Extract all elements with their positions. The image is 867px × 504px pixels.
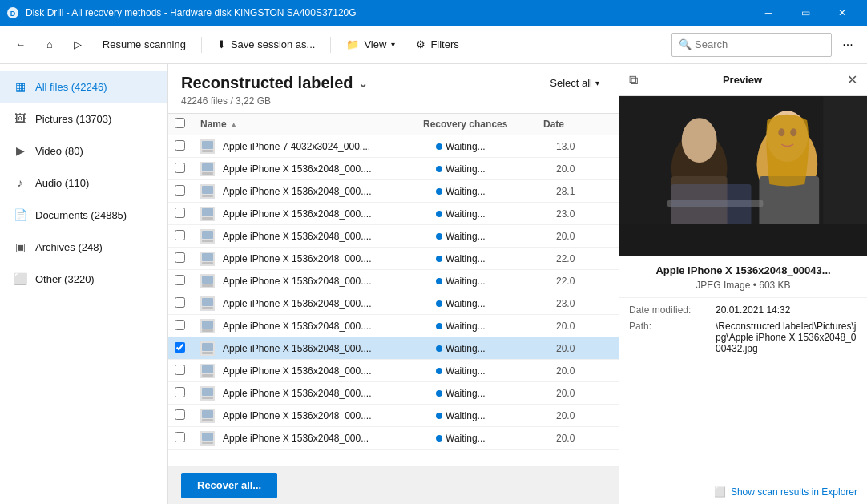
waiting-dot-icon bbox=[436, 256, 442, 262]
row-checkbox-7[interactable] bbox=[175, 297, 185, 308]
row-date-col: 28.1 bbox=[556, 186, 612, 197]
row-checkbox-4[interactable] bbox=[175, 230, 185, 240]
copy-icon-button[interactable]: ⧉ bbox=[629, 73, 638, 87]
row-name-col: Apple iPhone X 1536x2048_000.... bbox=[200, 274, 436, 288]
row-checkbox-9[interactable] bbox=[175, 342, 185, 353]
table-row[interactable]: Apple iPhone X 1536x2048_000.... Waiting… bbox=[168, 337, 619, 360]
minimize-button[interactable]: ─ bbox=[750, 0, 787, 26]
table-row[interactable]: Apple iPhone X 1536x2048_000.... Waiting… bbox=[168, 248, 619, 270]
row-checkbox-5[interactable] bbox=[175, 252, 185, 263]
row-checkbox-col bbox=[175, 342, 200, 355]
row-checkbox-11[interactable] bbox=[175, 387, 185, 397]
maximize-button[interactable]: ▭ bbox=[787, 0, 824, 26]
svg-rect-21 bbox=[202, 276, 213, 284]
table-row[interactable]: Apple iPhone X 1536x2048_000.... Waiting… bbox=[168, 180, 619, 203]
row-checkbox-13[interactable] bbox=[175, 432, 185, 442]
home-icon: ⌂ bbox=[46, 38, 53, 50]
view-button[interactable]: 📁 View ▾ bbox=[337, 32, 404, 58]
filters-button[interactable]: ⚙ Filters bbox=[407, 32, 467, 58]
preview-actions: ⧉ bbox=[629, 73, 638, 87]
svg-rect-22 bbox=[202, 284, 213, 287]
svg-rect-16 bbox=[202, 240, 213, 242]
waiting-dot-icon bbox=[436, 278, 442, 284]
preview-filetype: JPEG Image • 603 KB bbox=[619, 280, 867, 297]
close-button[interactable]: ✕ bbox=[824, 0, 861, 26]
show-scan-results-button[interactable]: ⬜ Show scan results in Explorer bbox=[714, 486, 857, 498]
table-row[interactable]: Apple iPhone X 1536x2048_000.... Waiting… bbox=[168, 270, 619, 292]
recover-all-button[interactable]: Recover all... bbox=[181, 473, 277, 498]
row-checkbox-12[interactable] bbox=[175, 409, 185, 420]
save-session-button[interactable]: ⬇ Save session as... bbox=[208, 32, 325, 58]
search-box[interactable]: 🔍 bbox=[671, 33, 832, 57]
play-button[interactable]: ▷ bbox=[65, 32, 91, 58]
table-row[interactable]: Apple iPhone X 1536x2048_000.... Waiting… bbox=[168, 292, 619, 315]
file-thumbnail bbox=[200, 364, 215, 378]
sidebar-item-all-files[interactable]: ▦ All files (42246) bbox=[0, 71, 167, 103]
svg-rect-12 bbox=[202, 208, 213, 216]
svg-rect-43 bbox=[202, 442, 213, 444]
waiting-status: Waiting... bbox=[446, 343, 486, 354]
table-row[interactable]: Apple iPhone 7 4032x3024_000.... Waiting… bbox=[168, 135, 619, 158]
row-checkbox-col bbox=[175, 297, 200, 310]
row-checkbox-1[interactable] bbox=[175, 163, 185, 173]
table-row[interactable]: Apple iPhone X 1536x2048_000.... Waiting… bbox=[168, 203, 619, 225]
waiting-status: Waiting... bbox=[446, 388, 486, 399]
table-row[interactable]: Apple iPhone X 1536x2048_000.... Waiting… bbox=[168, 382, 619, 405]
row-recovery-col: Waiting... bbox=[436, 163, 556, 175]
sidebar-item-video[interactable]: ▶ Video (80) bbox=[0, 135, 167, 167]
resume-scanning-button[interactable]: Resume scanning bbox=[94, 32, 195, 58]
waiting-dot-icon bbox=[436, 166, 442, 172]
select-all-button[interactable]: Select all ▾ bbox=[543, 74, 606, 92]
svg-rect-28 bbox=[202, 329, 213, 332]
svg-rect-25 bbox=[202, 307, 213, 309]
sidebar-item-documents[interactable]: 📄 Documents (24885) bbox=[0, 199, 167, 231]
waiting-status: Waiting... bbox=[446, 163, 486, 175]
sidebar-item-audio[interactable]: ♪ Audio (110) bbox=[0, 167, 167, 199]
row-checkbox-0[interactable] bbox=[175, 140, 185, 151]
row-date-col: 22.0 bbox=[556, 276, 612, 287]
sidebar-archives-icon: ▣ bbox=[13, 240, 27, 254]
svg-rect-18 bbox=[202, 253, 213, 261]
row-name-col: Apple iPhone X 1536x2048_000.... bbox=[200, 319, 436, 333]
meta-path-value: \Reconstructed labeled\Pictures\jpg\Appl… bbox=[716, 321, 857, 354]
table-row[interactable]: Apple iPhone X 1536x2048_000.... Waiting… bbox=[168, 360, 619, 382]
header-date-col: Date bbox=[543, 119, 599, 130]
header-name-col[interactable]: Name ▲ bbox=[200, 119, 423, 130]
back-button[interactable]: ← bbox=[6, 32, 34, 58]
table-row[interactable]: Apple iPhone X 1536x2048_000.... Waiting… bbox=[168, 158, 619, 180]
waiting-status: Waiting... bbox=[446, 253, 486, 264]
select-all-checkbox[interactable] bbox=[175, 118, 185, 128]
row-checkbox-6[interactable] bbox=[175, 275, 185, 285]
waiting-status: Waiting... bbox=[446, 141, 486, 152]
table-row[interactable]: Apple iPhone X 1536x2048_000.... Waiting… bbox=[168, 405, 619, 427]
file-thumbnail bbox=[200, 319, 215, 333]
content-title[interactable]: Reconstructed labeled ⌄ bbox=[181, 74, 368, 92]
waiting-status: Waiting... bbox=[446, 433, 486, 444]
file-name: Apple iPhone X 1536x2048_000.... bbox=[223, 231, 371, 242]
row-checkbox-col bbox=[175, 275, 200, 288]
row-checkbox-8[interactable] bbox=[175, 320, 185, 330]
preview-close-button[interactable]: ✕ bbox=[847, 72, 857, 87]
file-thumbnail bbox=[200, 184, 215, 199]
file-name: Apple iPhone X 1536x2048_000... bbox=[223, 433, 369, 444]
row-name-col: Apple iPhone X 1536x2048_000.... bbox=[200, 296, 436, 311]
row-recovery-col: Waiting... bbox=[436, 410, 556, 421]
search-icon: 🔍 bbox=[679, 38, 692, 50]
window-controls: ─ ▭ ✕ bbox=[750, 0, 861, 26]
row-date-col: 20.0 bbox=[556, 433, 612, 444]
table-row[interactable]: Apple iPhone X 1536x2048_000... Waiting.… bbox=[168, 427, 619, 450]
sidebar-item-pictures[interactable]: 🖼 Pictures (13703) bbox=[0, 103, 167, 135]
svg-rect-6 bbox=[202, 163, 213, 171]
sidebar-item-other[interactable]: ⬜ Other (3220) bbox=[0, 263, 167, 295]
row-checkbox-10[interactable] bbox=[175, 365, 185, 375]
more-options-button[interactable]: ··· bbox=[835, 32, 861, 58]
row-checkbox-3[interactable] bbox=[175, 208, 185, 218]
row-checkbox-2[interactable] bbox=[175, 185, 185, 196]
svg-point-57 bbox=[790, 128, 796, 136]
search-input[interactable] bbox=[695, 38, 823, 50]
sidebar-item-archives[interactable]: ▣ Archives (248) bbox=[0, 231, 167, 263]
home-button[interactable]: ⌂ bbox=[38, 32, 62, 58]
svg-rect-24 bbox=[202, 298, 213, 306]
table-row[interactable]: Apple iPhone X 1536x2048_000.... Waiting… bbox=[168, 315, 619, 337]
table-row[interactable]: Apple iPhone X 1536x2048_000.... Waiting… bbox=[168, 225, 619, 248]
